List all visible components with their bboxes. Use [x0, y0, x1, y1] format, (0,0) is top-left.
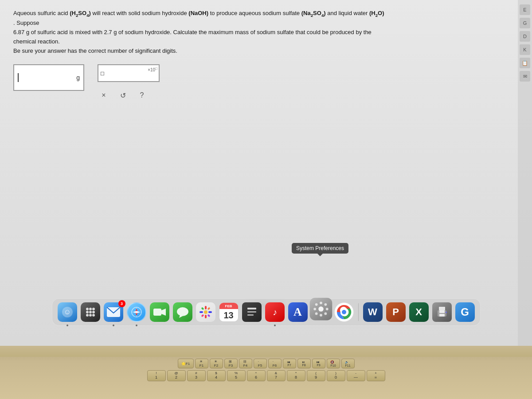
num-key-1[interactable]: !1: [147, 370, 166, 381]
problem-line1-middle: will react with solid sodium hydroxide: [93, 10, 189, 16]
sci-base-indicator: □: [101, 70, 104, 77]
dock-item-photos[interactable]: [195, 301, 216, 323]
problem-text: Aqueous sulfuric acid (H2SO4) will react…: [13, 9, 386, 55]
formula-h2so4: (H2SO4): [70, 10, 91, 16]
svg-point-42: [324, 303, 327, 306]
num-key-minus[interactable]: -—: [347, 370, 365, 381]
dock-item-printer[interactable]: [431, 301, 453, 323]
svg-point-39: [325, 308, 328, 310]
num-key-5[interactable]: %5: [227, 370, 246, 381]
svg-rect-27: [201, 307, 204, 310]
problem-line1-prefix: Aqueous sulfuric acid: [13, 10, 70, 16]
dock-item-music[interactable]: ♪: [264, 301, 286, 323]
unit-label: g: [76, 74, 80, 81]
formula-na2so4: (Na2SO4): [301, 10, 326, 16]
svg-rect-29: [201, 314, 204, 317]
answer-input-box[interactable]: g: [13, 64, 84, 91]
svg-point-36: [320, 301, 322, 304]
problem-line2: 6.87 g of sulfuric acid is mixed with 2.…: [13, 28, 386, 47]
dock-separator: [358, 303, 359, 321]
num-key-plus[interactable]: +=: [367, 370, 385, 381]
key-f10[interactable]: 🔇F10: [327, 359, 340, 368]
sidebar-icon-3[interactable]: D: [520, 31, 530, 42]
key-f8[interactable]: ⏯F8: [297, 359, 311, 368]
svg-point-37: [320, 314, 322, 317]
dock-area: ☺: [0, 293, 532, 328]
number-row: !1 @2 #3 $4 %5 ^6 &7 *8 (9 )0 -— +=: [0, 370, 532, 383]
svg-point-6: [86, 311, 89, 313]
key-f7[interactable]: ⏮F7: [283, 359, 296, 368]
num-key-6[interactable]: ^6: [247, 370, 266, 381]
svg-point-8: [92, 311, 95, 313]
sidebar-icon-2[interactable]: G: [520, 18, 530, 28]
sci-exp-label: ×10□: [148, 66, 157, 72]
key-f6[interactable]: ·F6: [268, 359, 282, 368]
num-key-9[interactable]: (9: [307, 370, 325, 381]
dock-item-finder[interactable]: ☺: [57, 301, 78, 323]
sci-notation-box: □ ×10□ × ↺ ?: [98, 64, 177, 102]
sidebar-icon-4[interactable]: K: [520, 44, 530, 55]
content-area: Aqueous sulfuric acid (H2SO4) will react…: [0, 0, 399, 110]
key-f4[interactable]: ⊟F4: [239, 359, 252, 368]
dock-item-mail[interactable]: 3: [103, 301, 124, 323]
dock-dot-mail: [113, 325, 114, 326]
input-row: g □ ×10□ × ↺ ?: [13, 64, 386, 102]
formula-naoh: (NaOH): [188, 10, 208, 16]
dock-item-powerpoint[interactable]: P: [385, 301, 407, 323]
dock-item-facetime[interactable]: [149, 301, 170, 323]
dock-item-finder2[interactable]: G: [454, 301, 476, 323]
dock-item-word[interactable]: W: [362, 301, 383, 323]
sci-input-field[interactable]: □ ×10□: [98, 64, 160, 82]
undo-button[interactable]: ↺: [117, 89, 129, 102]
svg-text:☺: ☺: [63, 308, 70, 316]
svg-point-3: [86, 308, 89, 310]
dock-item-excel[interactable]: X: [408, 301, 430, 323]
key-f1[interactable]: ☀F1: [195, 359, 208, 368]
svg-point-7: [89, 311, 92, 313]
svg-point-20: [177, 307, 188, 316]
dock-item-system-preferences[interactable]: [309, 297, 333, 321]
problem-line1-suppose: . Suppose: [13, 20, 39, 26]
key-fn[interactable]: 🌟F1: [178, 359, 194, 368]
key-f3[interactable]: ⊞F3: [224, 359, 238, 368]
keyboard-area: 🌟F1 ☀F1 ☀F2 ⊞F3 ⊟F4 ·F5 ·F6 ⏮F7 ⏯F8 ⏭F9 …: [0, 346, 532, 399]
svg-rect-49: [439, 307, 445, 310]
svg-point-11: [92, 314, 95, 317]
dock-item-fontbook[interactable]: A: [287, 301, 309, 323]
sidebar-icon-6[interactable]: ✉: [520, 71, 530, 82]
sidebar-icon-1[interactable]: E: [520, 4, 530, 15]
dock-item-chrome[interactable]: [333, 301, 355, 323]
svg-rect-31: [247, 308, 256, 309]
svg-rect-33: [247, 314, 254, 316]
key-f11[interactable]: 🔉F11: [341, 359, 355, 368]
tooltip-text: System Preferences: [296, 245, 344, 251]
num-key-3[interactable]: #3: [187, 370, 206, 381]
help-button[interactable]: ?: [136, 89, 148, 102]
num-key-7[interactable]: &7: [267, 370, 286, 381]
svg-point-22: [204, 310, 207, 314]
dock: ☺: [52, 298, 481, 326]
dock-item-calendar[interactable]: FEB 13: [218, 301, 239, 323]
svg-point-9: [86, 314, 89, 317]
svg-rect-48: [439, 310, 445, 313]
svg-point-4: [89, 308, 92, 310]
key-f9[interactable]: ⏭F9: [312, 359, 325, 368]
num-key-2[interactable]: @2: [167, 370, 186, 381]
dock-item-messages[interactable]: [172, 301, 193, 323]
num-key-0[interactable]: )0: [327, 370, 345, 381]
svg-point-35: [318, 306, 324, 312]
dock-item-safari[interactable]: [126, 301, 147, 323]
keyboard-top-bar: [0, 346, 532, 357]
dock-item-launchpad[interactable]: [80, 301, 101, 323]
sidebar-icon-5[interactable]: 📋: [520, 58, 530, 68]
num-key-8[interactable]: *8: [287, 370, 305, 381]
clear-button[interactable]: ×: [98, 89, 110, 102]
num-key-4[interactable]: $4: [207, 370, 226, 381]
svg-marker-17: [133, 311, 140, 313]
dock-item-notes[interactable]: [241, 301, 262, 323]
problem-line3: Be sure your answer has the correct numb…: [13, 47, 386, 56]
problem-line1-end: and liquid water: [327, 10, 369, 16]
problem-line1-suffix: to produce aqueous sodium sulfate: [210, 10, 301, 16]
key-f5[interactable]: ·F5: [254, 359, 267, 368]
key-f2[interactable]: ☀F2: [210, 359, 223, 368]
